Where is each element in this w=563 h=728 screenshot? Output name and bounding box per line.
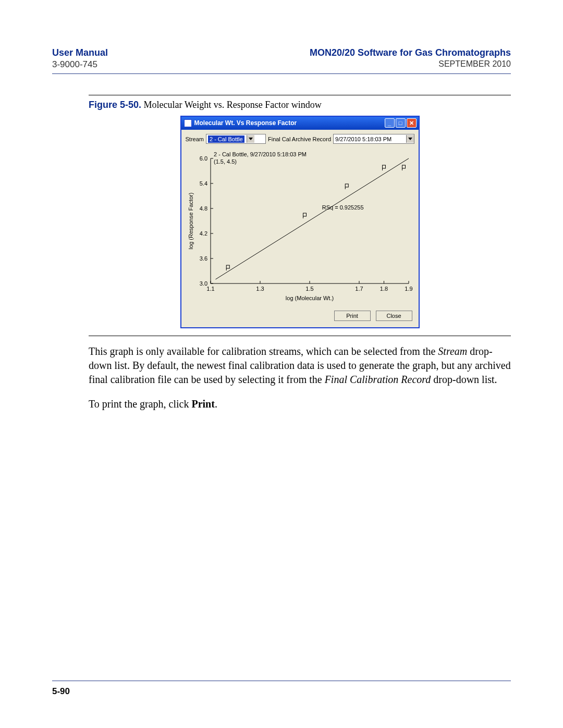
close-button[interactable]: Close [376, 311, 412, 321]
svg-text:3.0: 3.0 [199, 280, 207, 287]
header-right-sub: SEPTEMBER 2010 [310, 59, 511, 70]
svg-text:2 - Cal Bottle, 9/27/2010 5:18: 2 - Cal Bottle, 9/27/2010 5:18:03 PM [214, 151, 307, 157]
header-left-title: User Manual [52, 47, 108, 59]
figure-caption: Figure 5-50. Molecular Weight vs. Respon… [89, 100, 511, 110]
stream-dropdown[interactable]: 2 - Cal Bottle [206, 134, 266, 144]
header-rule [52, 73, 511, 74]
page-number: 5-90 [52, 686, 511, 697]
figure-rule-bottom [89, 336, 511, 336]
chevron-down-icon [247, 135, 254, 143]
titlebar[interactable]: Molecular Wt. Vs Response Factor _ □ ✕ [181, 117, 419, 130]
toolbar: Stream 2 - Cal Bottle Final Cal Archive … [181, 130, 419, 147]
window-title: Molecular Wt. Vs Response Factor [194, 119, 385, 127]
svg-text:1.5: 1.5 [305, 286, 313, 292]
chart: 1.11.31.51.71.81.93.03.64.24.85.46.0log … [186, 148, 414, 304]
svg-text:1.7: 1.7 [355, 286, 363, 292]
svg-rect-0 [186, 148, 414, 304]
header-left-sub: 3-9000-745 [52, 59, 108, 70]
stream-label: Stream [186, 136, 204, 142]
figure-caption-text: Molecular Weight vs. Response Factor win… [144, 100, 322, 110]
app-icon [184, 119, 192, 127]
svg-text:1.9: 1.9 [405, 286, 412, 292]
record-dropdown[interactable]: 9/27/2010 5:18:03 PM [333, 134, 414, 144]
close-window-button[interactable]: ✕ [407, 118, 417, 128]
header-right-title: MON20/20 Software for Gas Chromatographs [310, 47, 511, 59]
figure-rule-top [89, 95, 511, 95]
svg-text:RSq = 0.925255: RSq = 0.925255 [322, 204, 363, 211]
body-paragraph-2: To print the graph, click Print. [89, 397, 511, 411]
record-label: Final Cal Archive Record [268, 136, 331, 142]
chevron-down-icon [406, 135, 414, 143]
svg-text:4.2: 4.2 [199, 230, 207, 237]
svg-text:1.1: 1.1 [206, 286, 214, 292]
svg-text:4.8: 4.8 [199, 205, 207, 212]
body-paragraph-1: This graph is only available for calibra… [89, 344, 511, 387]
svg-text:1.3: 1.3 [256, 286, 264, 292]
svg-text:6.0: 6.0 [199, 155, 207, 162]
app-window: Molecular Wt. Vs Response Factor _ □ ✕ S… [180, 116, 420, 328]
svg-text:3.6: 3.6 [199, 255, 207, 262]
stream-value: 2 - Cal Bottle [208, 135, 244, 143]
maximize-button[interactable]: □ [396, 118, 406, 128]
print-button[interactable]: Print [334, 311, 371, 321]
svg-text:log (Response Factor): log (Response Factor) [188, 193, 194, 250]
footer-rule [52, 681, 511, 681]
svg-text:log (Molecular Wt.): log (Molecular Wt.) [285, 295, 333, 301]
figure-label: Figure 5-50. [89, 100, 141, 110]
minimize-button[interactable]: _ [385, 118, 395, 128]
svg-text:(1.5, 4.5): (1.5, 4.5) [214, 158, 237, 165]
svg-text:1.8: 1.8 [380, 286, 387, 292]
record-value: 9/27/2010 5:18:03 PM [335, 136, 391, 142]
svg-text:5.4: 5.4 [199, 180, 207, 187]
